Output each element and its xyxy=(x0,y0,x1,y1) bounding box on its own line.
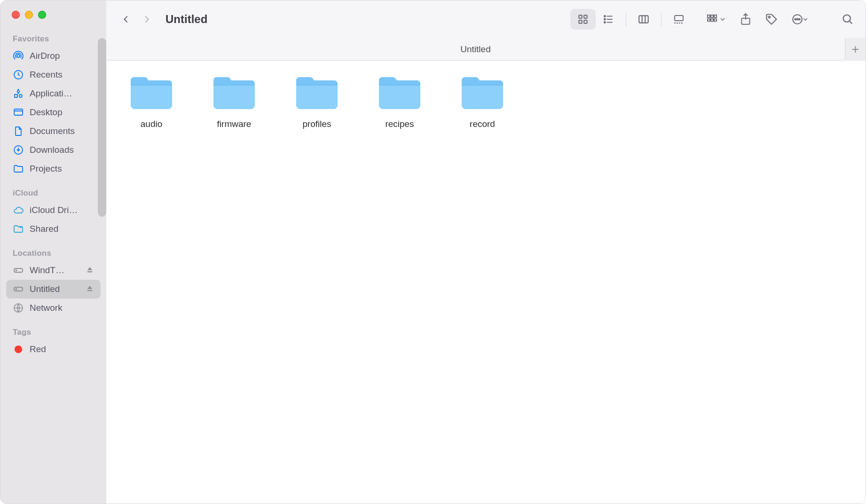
sidebar-item-label: Shared xyxy=(30,224,95,234)
eject-icon[interactable] xyxy=(86,266,95,275)
sidebar-item-location-untitled[interactable]: Untitled xyxy=(6,280,101,299)
sidebar-item-recents[interactable]: Recents xyxy=(6,65,101,84)
toolbar-separator xyxy=(661,12,661,26)
sidebar-item-label: Red xyxy=(30,344,95,354)
folder-label: firmware xyxy=(217,119,252,129)
document-icon xyxy=(13,126,24,137)
sidebar-item-network[interactable]: Network xyxy=(6,299,101,317)
folder-item[interactable]: audio xyxy=(121,74,181,129)
svg-rect-12 xyxy=(579,20,582,23)
view-columns-button[interactable] xyxy=(631,9,656,30)
svg-point-0 xyxy=(17,55,20,57)
window-title: Untitled xyxy=(165,13,207,26)
folder-icon xyxy=(13,163,24,174)
svg-rect-10 xyxy=(579,15,582,18)
sidebar-scroll: Favorites AirDrop Recents Applicati… xyxy=(0,29,106,504)
desktop-icon xyxy=(13,107,24,118)
view-icons-button[interactable] xyxy=(570,9,596,30)
path-title: Untitled xyxy=(106,44,845,55)
locations-heading: Locations xyxy=(6,238,101,261)
sidebar-item-label: Documents xyxy=(30,126,95,136)
svg-point-4 xyxy=(20,226,22,228)
sidebar-item-label: AirDrop xyxy=(30,51,95,61)
svg-point-28 xyxy=(795,19,796,20)
zoom-window-button[interactable] xyxy=(38,11,46,19)
sidebar-item-label: iCloud Dri… xyxy=(30,205,95,215)
add-button[interactable]: + xyxy=(845,38,866,61)
folder-icon xyxy=(128,74,175,111)
svg-rect-17 xyxy=(639,16,648,23)
sidebar-scrollbar[interactable] xyxy=(98,38,106,217)
svg-rect-11 xyxy=(584,15,587,18)
window-controls xyxy=(0,0,106,29)
svg-rect-13 xyxy=(584,20,587,23)
folder-label: profiles xyxy=(302,119,331,129)
svg-rect-23 xyxy=(711,19,713,21)
finder-window: Favorites AirDrop Recents Applicati… xyxy=(0,0,866,504)
sidebar-item-tag-red[interactable]: Red xyxy=(6,340,101,359)
share-button[interactable] xyxy=(740,13,752,26)
tag-dot-icon xyxy=(13,344,24,355)
folder-label: record xyxy=(470,119,495,129)
main-area: Untitled xyxy=(106,0,866,504)
back-button[interactable] xyxy=(118,11,134,28)
sidebar: Favorites AirDrop Recents Applicati… xyxy=(0,0,106,504)
folder-label: audio xyxy=(141,119,163,129)
svg-point-8 xyxy=(16,289,17,290)
sidebar-item-documents[interactable]: Documents xyxy=(6,122,101,141)
view-list-button[interactable] xyxy=(596,9,621,30)
shared-folder-icon xyxy=(13,223,24,235)
folder-item[interactable]: firmware xyxy=(204,74,264,129)
sidebar-item-desktop[interactable]: Desktop xyxy=(6,103,101,122)
sidebar-item-label: Projects xyxy=(30,164,95,174)
close-window-button[interactable] xyxy=(12,11,20,19)
more-menu-button[interactable] xyxy=(791,13,809,25)
sidebar-item-shared[interactable]: Shared xyxy=(6,220,101,238)
folder-item[interactable]: recipes xyxy=(370,74,430,129)
tags-heading: Tags xyxy=(6,317,101,340)
minimize-window-button[interactable] xyxy=(25,11,33,19)
disk-icon xyxy=(13,284,24,295)
svg-rect-2 xyxy=(14,109,23,115)
toolbar: Untitled xyxy=(106,0,866,38)
forward-button[interactable] xyxy=(138,11,155,28)
svg-rect-24 xyxy=(714,19,716,21)
globe-icon xyxy=(13,302,24,314)
tag-button[interactable] xyxy=(765,13,778,26)
applications-icon xyxy=(13,88,24,99)
svg-rect-22 xyxy=(708,19,710,21)
view-gallery-button[interactable] xyxy=(666,9,692,30)
folder-icon xyxy=(459,74,506,111)
svg-point-30 xyxy=(799,19,800,20)
toolbar-separator xyxy=(626,12,626,26)
folder-icon xyxy=(376,74,423,111)
group-menu-button[interactable] xyxy=(707,14,726,25)
download-icon xyxy=(13,144,24,156)
sidebar-item-label: Network xyxy=(30,303,95,313)
toolbar-actions xyxy=(707,13,809,26)
svg-point-29 xyxy=(797,19,798,20)
view-switcher xyxy=(568,7,693,32)
sidebar-item-icloud-drive[interactable]: iCloud Dri… xyxy=(6,201,101,220)
sidebar-item-airdrop[interactable]: AirDrop xyxy=(6,47,101,65)
content-area[interactable]: audio firmware profiles xyxy=(106,61,866,504)
sidebar-item-downloads[interactable]: Downloads xyxy=(6,141,101,159)
sidebar-item-location-windt[interactable]: WindT… xyxy=(6,261,101,280)
svg-rect-20 xyxy=(711,15,713,17)
path-bar: Untitled + xyxy=(106,38,866,61)
folder-item[interactable]: profiles xyxy=(287,74,347,129)
folder-item[interactable]: record xyxy=(452,74,512,129)
sidebar-item-projects[interactable]: Projects xyxy=(6,159,101,178)
svg-point-26 xyxy=(769,16,771,18)
sidebar-item-applications[interactable]: Applicati… xyxy=(6,84,101,103)
folder-icon xyxy=(211,74,258,111)
sidebar-item-label: WindT… xyxy=(30,265,80,276)
sidebar-item-label: Recents xyxy=(30,70,95,80)
icon-grid: audio firmware profiles xyxy=(121,74,850,129)
disk-icon xyxy=(13,265,24,276)
cloud-icon xyxy=(13,205,24,216)
eject-icon[interactable] xyxy=(86,284,95,294)
sidebar-item-label: Desktop xyxy=(30,107,95,118)
search-button[interactable] xyxy=(841,13,854,26)
svg-point-15 xyxy=(604,19,606,20)
